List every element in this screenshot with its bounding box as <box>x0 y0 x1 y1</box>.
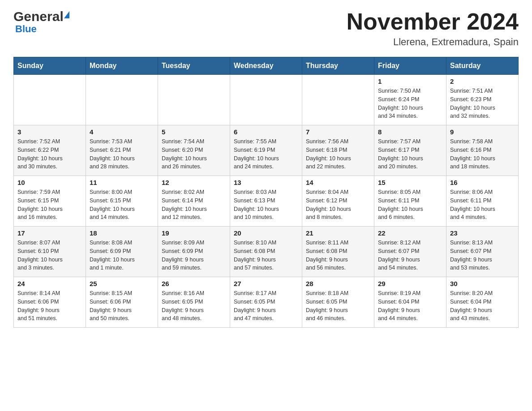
day-number: 11 <box>90 179 154 186</box>
weekday-header-saturday: Saturday <box>446 57 519 75</box>
calendar-cell: 27Sunrise: 8:17 AM Sunset: 6:05 PM Dayli… <box>230 277 302 328</box>
calendar-cell: 9Sunrise: 7:58 AM Sunset: 6:16 PM Daylig… <box>446 125 519 176</box>
day-info: Sunrise: 7:55 AM Sunset: 6:19 PM Dayligh… <box>234 137 298 171</box>
calendar-week-row: 10Sunrise: 7:59 AM Sunset: 6:15 PM Dayli… <box>14 176 519 227</box>
calendar-week-row: 3Sunrise: 7:52 AM Sunset: 6:22 PM Daylig… <box>14 125 519 176</box>
calendar-cell: 7Sunrise: 7:56 AM Sunset: 6:18 PM Daylig… <box>302 125 374 176</box>
day-info: Sunrise: 8:07 AM Sunset: 6:10 PM Dayligh… <box>17 239 82 272</box>
day-number: 9 <box>450 128 515 136</box>
day-info: Sunrise: 7:51 AM Sunset: 6:23 PM Dayligh… <box>450 87 515 120</box>
calendar-cell <box>302 75 374 125</box>
day-info: Sunrise: 8:14 AM Sunset: 6:06 PM Dayligh… <box>17 289 82 323</box>
calendar-cell: 20Sunrise: 8:10 AM Sunset: 6:08 PM Dayli… <box>230 227 302 277</box>
day-info: Sunrise: 8:19 AM Sunset: 6:04 PM Dayligh… <box>378 289 442 323</box>
calendar-cell: 10Sunrise: 7:59 AM Sunset: 6:15 PM Dayli… <box>14 176 86 227</box>
day-info: Sunrise: 8:17 AM Sunset: 6:05 PM Dayligh… <box>234 289 298 323</box>
calendar-cell <box>86 75 158 125</box>
calendar-week-row: 1Sunrise: 7:50 AM Sunset: 6:24 PM Daylig… <box>14 75 519 125</box>
day-number: 5 <box>162 128 226 136</box>
calendar-cell <box>14 75 86 125</box>
calendar-cell: 25Sunrise: 8:15 AM Sunset: 6:06 PM Dayli… <box>86 277 158 328</box>
weekday-header-thursday: Thursday <box>302 57 374 75</box>
day-number: 3 <box>17 128 82 136</box>
weekday-header-tuesday: Tuesday <box>158 57 230 75</box>
day-info: Sunrise: 8:04 AM Sunset: 6:12 PM Dayligh… <box>306 188 370 222</box>
day-number: 28 <box>306 280 370 287</box>
day-number: 4 <box>90 128 154 136</box>
day-info: Sunrise: 8:11 AM Sunset: 6:08 PM Dayligh… <box>306 239 370 272</box>
day-info: Sunrise: 8:05 AM Sunset: 6:11 PM Dayligh… <box>378 188 442 222</box>
day-number: 27 <box>234 280 298 287</box>
day-info: Sunrise: 7:53 AM Sunset: 6:21 PM Dayligh… <box>90 137 154 171</box>
calendar-cell: 12Sunrise: 8:02 AM Sunset: 6:14 PM Dayli… <box>158 176 230 227</box>
title-area: November 2024 Llerena, Extremadura, Spai… <box>347 9 519 48</box>
day-info: Sunrise: 7:52 AM Sunset: 6:22 PM Dayligh… <box>17 137 82 171</box>
calendar-cell: 4Sunrise: 7:53 AM Sunset: 6:21 PM Daylig… <box>86 125 158 176</box>
calendar-cell: 15Sunrise: 8:05 AM Sunset: 6:11 PM Dayli… <box>374 176 446 227</box>
calendar-cell: 1Sunrise: 7:50 AM Sunset: 6:24 PM Daylig… <box>374 75 446 125</box>
day-info: Sunrise: 8:16 AM Sunset: 6:05 PM Dayligh… <box>162 289 226 323</box>
day-number: 22 <box>378 229 442 237</box>
day-number: 24 <box>17 280 82 287</box>
calendar-cell: 26Sunrise: 8:16 AM Sunset: 6:05 PM Dayli… <box>158 277 230 328</box>
calendar-cell: 5Sunrise: 7:54 AM Sunset: 6:20 PM Daylig… <box>158 125 230 176</box>
day-number: 12 <box>162 179 226 186</box>
calendar-week-row: 17Sunrise: 8:07 AM Sunset: 6:10 PM Dayli… <box>14 227 519 277</box>
day-number: 13 <box>234 179 298 186</box>
day-number: 6 <box>234 128 298 136</box>
calendar-cell: 21Sunrise: 8:11 AM Sunset: 6:08 PM Dayli… <box>302 227 374 277</box>
weekday-header-wednesday: Wednesday <box>230 57 302 75</box>
calendar-week-row: 24Sunrise: 8:14 AM Sunset: 6:06 PM Dayli… <box>14 277 519 328</box>
logo-blue-text: Blue <box>13 23 37 35</box>
location-title: Llerena, Extremadura, Spain <box>347 36 519 48</box>
header: General Blue November 2024 Llerena, Extr… <box>13 9 519 48</box>
day-number: 17 <box>17 229 82 237</box>
day-info: Sunrise: 7:56 AM Sunset: 6:18 PM Dayligh… <box>306 137 370 171</box>
day-number: 2 <box>450 77 515 85</box>
day-info: Sunrise: 8:10 AM Sunset: 6:08 PM Dayligh… <box>234 239 298 272</box>
calendar-cell: 23Sunrise: 8:13 AM Sunset: 6:07 PM Dayli… <box>446 227 519 277</box>
day-info: Sunrise: 7:54 AM Sunset: 6:20 PM Dayligh… <box>162 137 226 171</box>
weekday-header-friday: Friday <box>374 57 446 75</box>
day-info: Sunrise: 8:09 AM Sunset: 6:09 PM Dayligh… <box>162 239 226 272</box>
calendar-cell <box>230 75 302 125</box>
day-number: 14 <box>306 179 370 186</box>
calendar-cell: 3Sunrise: 7:52 AM Sunset: 6:22 PM Daylig… <box>14 125 86 176</box>
day-number: 30 <box>450 280 515 287</box>
day-number: 25 <box>90 280 154 287</box>
calendar-cell: 16Sunrise: 8:06 AM Sunset: 6:11 PM Dayli… <box>446 176 519 227</box>
day-info: Sunrise: 8:20 AM Sunset: 6:04 PM Dayligh… <box>450 289 515 323</box>
day-info: Sunrise: 8:02 AM Sunset: 6:14 PM Dayligh… <box>162 188 226 222</box>
day-info: Sunrise: 7:57 AM Sunset: 6:17 PM Dayligh… <box>378 137 442 171</box>
day-info: Sunrise: 8:06 AM Sunset: 6:11 PM Dayligh… <box>450 188 515 222</box>
day-number: 8 <box>378 128 442 136</box>
day-number: 19 <box>162 229 226 237</box>
day-number: 7 <box>306 128 370 136</box>
calendar-cell: 6Sunrise: 7:55 AM Sunset: 6:19 PM Daylig… <box>230 125 302 176</box>
day-info: Sunrise: 8:08 AM Sunset: 6:09 PM Dayligh… <box>90 239 154 272</box>
day-info: Sunrise: 7:58 AM Sunset: 6:16 PM Dayligh… <box>450 137 515 171</box>
calendar-cell <box>158 75 230 125</box>
day-info: Sunrise: 8:13 AM Sunset: 6:07 PM Dayligh… <box>450 239 515 272</box>
calendar-cell: 11Sunrise: 8:00 AM Sunset: 6:15 PM Dayli… <box>86 176 158 227</box>
calendar-cell: 19Sunrise: 8:09 AM Sunset: 6:09 PM Dayli… <box>158 227 230 277</box>
day-info: Sunrise: 7:59 AM Sunset: 6:15 PM Dayligh… <box>17 188 82 222</box>
day-number: 1 <box>378 77 442 85</box>
weekday-header-monday: Monday <box>86 57 158 75</box>
day-info: Sunrise: 8:15 AM Sunset: 6:06 PM Dayligh… <box>90 289 154 323</box>
calendar-cell: 14Sunrise: 8:04 AM Sunset: 6:12 PM Dayli… <box>302 176 374 227</box>
logo: General Blue <box>13 9 69 35</box>
calendar-cell: 28Sunrise: 8:18 AM Sunset: 6:05 PM Dayli… <box>302 277 374 328</box>
day-number: 23 <box>450 229 515 237</box>
calendar-cell: 17Sunrise: 8:07 AM Sunset: 6:10 PM Dayli… <box>14 227 86 277</box>
day-info: Sunrise: 8:03 AM Sunset: 6:13 PM Dayligh… <box>234 188 298 222</box>
weekday-header-sunday: Sunday <box>14 57 86 75</box>
calendar-cell: 24Sunrise: 8:14 AM Sunset: 6:06 PM Dayli… <box>14 277 86 328</box>
calendar-cell: 30Sunrise: 8:20 AM Sunset: 6:04 PM Dayli… <box>446 277 519 328</box>
logo-general-text: General <box>13 9 64 24</box>
day-info: Sunrise: 8:00 AM Sunset: 6:15 PM Dayligh… <box>90 188 154 222</box>
day-info: Sunrise: 7:50 AM Sunset: 6:24 PM Dayligh… <box>378 87 442 120</box>
calendar-cell: 18Sunrise: 8:08 AM Sunset: 6:09 PM Dayli… <box>86 227 158 277</box>
calendar-cell: 2Sunrise: 7:51 AM Sunset: 6:23 PM Daylig… <box>446 75 519 125</box>
day-number: 15 <box>378 179 442 186</box>
